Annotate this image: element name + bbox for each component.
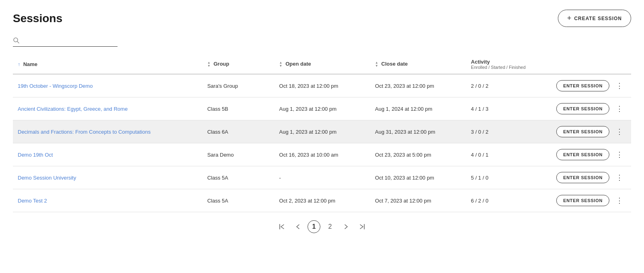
session-close-date-cell: Aug 1, 2024 at 12:00 pm [370, 97, 466, 120]
table-row: Demo 19th Oct Sara Demo Oct 16, 2023 at … [13, 143, 631, 166]
enter-session-button[interactable]: ENTER SESSION [556, 149, 609, 160]
column-open-date-label: Open date [285, 61, 311, 67]
session-name-cell: Ancient Civilizations: Egypt, Greece, an… [13, 97, 202, 120]
session-activity-cell: 5 / 1 / 0 [466, 166, 551, 189]
sessions-table-container: ↑ Name ▲▼ Group ▲▼ Open date [13, 55, 631, 212]
column-header-name[interactable]: ↑ Name [13, 55, 202, 74]
session-activity-cell: 4 / 0 / 1 [466, 143, 551, 166]
session-close-date-cell: Oct 7, 2023 at 12:00 pm [370, 189, 466, 212]
session-open-date-cell: Oct 16, 2023 at 10:00 am [275, 143, 370, 166]
session-name-link[interactable]: Decimals and Fractions: From Concepts to… [18, 129, 151, 135]
session-group-cell: Class 6A [202, 120, 275, 143]
activity-label: Activity [471, 59, 547, 65]
plus-icon: + [567, 14, 572, 23]
column-header-close-date[interactable]: ▲▼ Close date [370, 55, 466, 74]
session-open-date-cell: Oct 2, 2023 at 12:00 pm [275, 189, 370, 212]
session-name-link[interactable]: Demo 19th Oct [18, 152, 53, 158]
table-row: Decimals and Fractions: From Concepts to… [13, 120, 631, 143]
sessions-table: ↑ Name ▲▼ Group ▲▼ Open date [13, 55, 631, 212]
column-name-label: Name [23, 61, 37, 67]
table-header-row: ↑ Name ▲▼ Group ▲▼ Open date [13, 55, 631, 74]
sort-neutral-icon-3: ▲▼ [375, 61, 378, 68]
svg-line-1 [17, 41, 19, 43]
column-header-activity: Activity Enrolled / Started / Finished [466, 55, 551, 74]
create-session-button[interactable]: + CREATE SESSION [558, 10, 631, 27]
session-name-cell: 19th October - Wingscorp Demo [13, 74, 202, 97]
session-open-date-cell: Aug 1, 2023 at 12:00 pm [275, 120, 370, 143]
session-group-cell: Class 5B [202, 97, 275, 120]
page-title: Sessions [13, 12, 62, 25]
table-row: 19th October - Wingscorp Demo Sara's Gro… [13, 74, 631, 97]
session-actions-cell: ENTER SESSION ⋮ [551, 74, 631, 97]
session-name-link[interactable]: Demo Test 2 [18, 198, 47, 204]
session-activity-cell: 4 / 1 / 3 [466, 97, 551, 120]
session-name-link[interactable]: Demo Session University [18, 175, 76, 181]
column-group-label: Group [213, 61, 229, 67]
session-name-cell: Demo Session University [13, 166, 202, 189]
session-activity-cell: 3 / 0 / 2 [466, 120, 551, 143]
session-group-cell: Class 5A [202, 189, 275, 212]
more-options-button[interactable]: ⋮ [613, 126, 626, 137]
column-header-open-date[interactable]: ▲▼ Open date [275, 55, 370, 74]
table-row: Demo Test 2 Class 5A Oct 2, 2023 at 12:0… [13, 189, 631, 212]
more-options-button[interactable]: ⋮ [613, 172, 626, 183]
session-actions-cell: ENTER SESSION ⋮ [551, 97, 631, 120]
enter-session-button[interactable]: ENTER SESSION [556, 103, 609, 114]
session-name-cell: Decimals and Fractions: From Concepts to… [13, 120, 202, 143]
session-name-cell: Demo Test 2 [13, 189, 202, 212]
first-page-button[interactable] [275, 220, 288, 233]
more-options-button[interactable]: ⋮ [613, 103, 626, 114]
table-row: Ancient Civilizations: Egypt, Greece, an… [13, 97, 631, 120]
session-close-date-cell: Aug 31, 2023 at 12:00 pm [370, 120, 466, 143]
session-close-date-cell: Oct 23, 2023 at 5:00 pm [370, 143, 466, 166]
prev-page-button[interactable] [291, 220, 304, 233]
enter-session-button[interactable]: ENTER SESSION [556, 80, 609, 91]
activity-sub-label: Enrolled / Started / Finished [471, 65, 547, 70]
table-row: Demo Session University Class 5A - Oct 1… [13, 166, 631, 189]
session-close-date-cell: Oct 10, 2023 at 12:00 pm [370, 166, 466, 189]
session-close-date-cell: Oct 23, 2023 at 12:00 pm [370, 74, 466, 97]
more-options-button[interactable]: ⋮ [613, 195, 626, 206]
page-2-button[interactable]: 2 [324, 220, 336, 233]
page-1-button[interactable]: 1 [308, 220, 320, 233]
session-actions-cell: ENTER SESSION ⋮ [551, 120, 631, 143]
session-open-date-cell: Aug 1, 2023 at 12:00 pm [275, 97, 370, 120]
session-open-date-cell: - [275, 166, 370, 189]
search-icon [13, 37, 19, 45]
enter-session-button[interactable]: ENTER SESSION [556, 126, 609, 137]
session-open-date-cell: Oct 18, 2023 at 12:00 pm [275, 74, 370, 97]
sort-neutral-icon: ▲▼ [207, 61, 211, 68]
pagination: 1 2 [13, 220, 631, 238]
sort-neutral-icon-2: ▲▼ [279, 61, 283, 68]
session-name-cell: Demo 19th Oct [13, 143, 202, 166]
session-group-cell: Class 5A [202, 166, 275, 189]
column-close-date-label: Close date [381, 61, 408, 67]
session-activity-cell: 2 / 0 / 2 [466, 74, 551, 97]
search-input[interactable] [13, 35, 118, 47]
sort-asc-icon: ↑ [18, 62, 20, 67]
session-group-cell: Sara's Group [202, 74, 275, 97]
page-header: Sessions + CREATE SESSION [13, 10, 631, 27]
session-actions-cell: ENTER SESSION ⋮ [551, 143, 631, 166]
session-actions-cell: ENTER SESSION ⋮ [551, 189, 631, 212]
session-name-link[interactable]: Ancient Civilizations: Egypt, Greece, an… [18, 106, 128, 112]
last-page-button[interactable] [356, 220, 369, 233]
enter-session-button[interactable]: ENTER SESSION [556, 195, 609, 206]
search-container [13, 35, 118, 47]
column-header-actions [551, 55, 631, 74]
more-options-button[interactable]: ⋮ [613, 149, 626, 160]
session-actions-cell: ENTER SESSION ⋮ [551, 166, 631, 189]
session-group-cell: Sara Demo [202, 143, 275, 166]
create-session-label: CREATE SESSION [574, 16, 622, 21]
enter-session-button[interactable]: ENTER SESSION [556, 172, 609, 183]
session-activity-cell: 6 / 2 / 0 [466, 189, 551, 212]
more-options-button[interactable]: ⋮ [613, 81, 626, 91]
next-page-button[interactable] [340, 220, 353, 233]
session-name-link[interactable]: 19th October - Wingscorp Demo [18, 83, 93, 89]
column-header-group[interactable]: ▲▼ Group [202, 55, 275, 74]
